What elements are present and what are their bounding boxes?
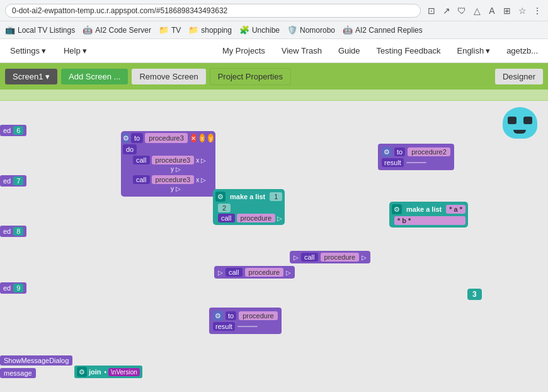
procedure3-block[interactable]: ⚙ to procedure3 ✕ x y do call procedure3… [121,131,215,197]
call-name-2: procedure3 [152,175,195,184]
folder-tv-icon: 📁 [159,25,169,35]
nav-guide[interactable]: Guide [336,41,363,61]
bookmark-shopping[interactable]: 📁 shopping [188,25,232,35]
nav-help[interactable]: Help ▾ [61,41,89,61]
list-call-label: call [218,214,235,222]
procedure-result-block[interactable]: ⚙ to procedure result [209,308,282,334]
url-bar[interactable]: 0-dot-ai2-ewpatton-temp.uc.r.appspot.com… [5,4,421,18]
make-a-list-label-2: make a list [404,205,444,214]
arrow-right-1: ▷ [362,254,367,261]
message-label: message [4,369,32,377]
side-block-9[interactable]: ed 9 [0,282,26,294]
result-label-2: result [213,322,235,331]
external-link-icon[interactable]: ↗ [441,5,452,16]
tv-icon: 📺 [5,25,15,35]
side-ed-2: ed [3,177,11,185]
side-block-6[interactable]: ed 6 [0,125,26,136]
call-label-2: call [133,175,150,184]
apps-icon[interactable]: ⊞ [501,5,513,16]
project-properties-button[interactable]: Project Properties [210,68,291,85]
do-row: do [123,144,214,154]
blocks-canvas[interactable]: ed 6 ed 7 ed 8 ed 9 ⚙ to procedure3 ✕ x … [0,101,548,392]
nav-english[interactable]: English ▾ [454,41,493,61]
side-block-7[interactable]: ed 7 [0,175,26,187]
robot-icon: 🤖 [83,25,93,35]
secondary-toolbar [0,89,548,101]
robot-eye-left [508,117,517,124]
call-procedure-2-block[interactable]: ▷ call procedure ▷ [214,266,295,279]
make-list-1-block[interactable]: ⚙ make a list 1 2 call procedure ▷ [213,189,285,225]
nav-testing-feedback[interactable]: Testing Feedback [374,41,443,61]
settings-icon[interactable]: ☆ [517,5,528,16]
to-label-2: to [394,147,405,156]
add-screen-button[interactable]: Add Screen ... [61,69,128,84]
do-label: do [123,144,137,154]
show-message-dialog-block[interactable]: ShowMessageDialog [0,355,72,366]
bookmark-ai2-canned-label: AI2 Canned Replies [355,26,423,35]
join-dot: • [105,369,107,376]
list-call-row[interactable]: call procedure ▷ [218,214,282,222]
side-num-6: 6 [13,126,23,135]
y-connector-2: y ▷ [171,185,181,192]
screen1-button[interactable]: Screen1 ▾ [5,69,57,84]
procedure3-header: ⚙ to procedure3 ✕ x y [123,133,214,143]
list-str-b: * b * [394,216,465,225]
designer-button[interactable]: Designer [495,69,543,84]
nav-english-label: English [457,46,484,55]
call-procedure-1-block[interactable]: ▷ call procedure ▷ [290,251,370,263]
nav-my-projects[interactable]: My Projects [220,41,268,61]
side-num-7: 7 [13,176,23,185]
make-list-2-block[interactable]: ⚙ make a list * a * * b * [389,202,468,228]
nav-help-label: Help [64,46,81,55]
call-name-mid: procedure [321,253,360,262]
procedure2-block[interactable]: ⚙ to procedure2 result [378,144,454,170]
nav-view-trash[interactable]: View Trash [279,41,324,61]
remove-screen-button[interactable]: Remove Screen [132,69,205,84]
robot-head [503,107,537,139]
proc-result-to-row: ⚙ to procedure [213,311,278,321]
nav-guide-label: Guide [338,46,360,55]
param-x[interactable]: x [200,134,205,142]
bookmark-ai2-canned[interactable]: 🤖 AI2 Canned Replies [343,25,423,35]
toolbar: Screen1 ▾ Add Screen ... Remove Screen P… [0,63,548,89]
bookmark-local-tv[interactable]: 📺 Local TV Listings [5,25,75,35]
list-item-1: 1 [270,192,282,201]
gear-icon-3: ⚙ [213,311,223,321]
y-connector: y ▷ [171,166,181,173]
bookmarks-bar: 📺 Local TV Listings 🤖 AI2 Code Server 📁 … [0,21,548,39]
alert-icon[interactable]: △ [471,5,482,16]
proc2-name: procedure2 [408,147,450,156]
to-label-1: to [131,133,143,143]
nav-settings[interactable]: Settings ▾ [8,41,49,61]
to-label-3: to [225,311,236,320]
arrow-left-2: ▷ [218,269,223,276]
side-num-9: 9 [13,284,23,292]
screen-share-icon[interactable]: ⊡ [426,5,437,16]
list-call-name: procedure [237,214,276,222]
bookmark-unchibe[interactable]: 🧩 Unchibe [239,25,280,35]
call-label-lower: call [225,268,243,277]
join-block[interactable]: ⚙ join • \nVersion [74,366,142,378]
bookmark-ai2-code[interactable]: 🤖 AI2 Code Server [83,25,151,35]
translate-icon[interactable]: A [486,5,498,16]
bookmark-tv[interactable]: 📁 TV [159,25,181,35]
make-list-1-header: ⚙ make a list 1 [215,192,282,202]
num-block-3[interactable]: 3 [467,289,482,300]
param-y[interactable]: y [208,134,214,142]
nav-testing-feedback-label: Testing Feedback [377,46,441,55]
english-chevron-icon: ▾ [486,46,490,55]
call-name-lower: procedure [245,268,284,277]
shield-icon[interactable]: 🛡 [456,5,467,16]
result-value-2 [237,326,258,327]
more-icon[interactable]: ⋮ [532,5,543,16]
nav-view-trash-label: View Trash [282,46,322,55]
arrow-left-1: ▷ [294,254,299,261]
nav-user[interactable]: agetzb... [504,41,540,61]
param-close-x[interactable]: ✕ [191,134,197,142]
side-num-8: 8 [13,227,23,236]
bookmark-ai2-code-label: AI2 Code Server [95,26,151,35]
call-row-1[interactable]: call procedure3 x ▷ [133,156,214,164]
call-row-2[interactable]: call procedure3 x ▷ [133,175,214,184]
side-block-8[interactable]: ed 8 [0,226,26,237]
bookmark-nomorobo[interactable]: 🛡️ Nomorobo [287,25,335,35]
